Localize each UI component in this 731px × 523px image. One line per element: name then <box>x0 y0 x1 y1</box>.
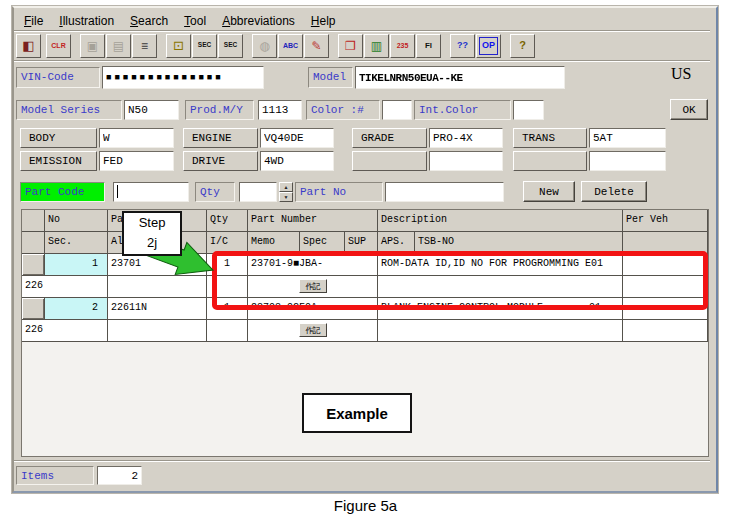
status-separator <box>14 460 710 462</box>
cell-memo: 作記 <box>248 320 378 342</box>
cell-sec: 226 <box>22 276 108 298</box>
trans-input[interactable] <box>589 128 666 148</box>
step-callout-line1: Step <box>124 213 180 233</box>
model-label: Model <box>308 67 353 88</box>
sec-list-icon[interactable]: SEC <box>218 34 243 58</box>
memo-kanji-button[interactable]: 作記 <box>299 323 327 337</box>
blank-field-label-2 <box>513 151 587 171</box>
blank-field-label-1 <box>352 151 427 171</box>
int-color-input[interactable] <box>513 100 544 120</box>
emission-field-label[interactable]: EMISSION <box>20 151 97 171</box>
grade-input[interactable] <box>429 128 503 148</box>
engine-input[interactable] <box>260 128 334 148</box>
toolbar: ◧ CLR ▣ ▤ ≡ ⊡ SEC SEC ◍ ABC ✎ ❐ ▥ 235 Fl… <box>16 33 536 58</box>
qty-spinner-down[interactable]: ▼ <box>279 192 293 202</box>
screenshot-canvas: File Illustration Search Tool Abbreviati… <box>0 0 731 523</box>
disc-icon[interactable]: ◍ <box>252 34 277 58</box>
clear-icon[interactable]: CLR <box>46 34 71 58</box>
cell-part: 22611N <box>108 298 207 320</box>
ok-button[interactable]: OK <box>670 99 708 120</box>
numeric-sort-icon[interactable]: 235 <box>390 34 415 58</box>
header-sec: Sec. <box>45 232 108 254</box>
op-icon[interactable]: OP <box>476 34 501 58</box>
menu-abbreviations[interactable]: Abbreviations <box>214 14 303 28</box>
prod-my-label: Prod.M/Y <box>185 100 254 120</box>
print-icon[interactable]: ≡ <box>132 34 157 58</box>
drive-field-label[interactable]: DRIVE <box>183 151 258 171</box>
text-cursor <box>117 185 118 198</box>
illustration-icon[interactable]: ✎ <box>304 34 329 58</box>
region-text: US <box>671 65 691 83</box>
header-no: No <box>45 210 108 232</box>
menu-illustration[interactable]: Illustration <box>51 14 122 28</box>
model-series-label: Model Series <box>16 100 122 120</box>
header-per-veh: Per Veh <box>623 210 708 232</box>
part-no-input[interactable] <box>385 182 504 202</box>
fl-window-icon[interactable]: Fl <box>416 34 441 58</box>
exit-icon[interactable]: ◧ <box>16 34 41 58</box>
cell-no: 1 <box>45 254 108 276</box>
help-icon[interactable]: ? <box>510 34 535 58</box>
model-series-input[interactable] <box>124 100 179 120</box>
cell-sec: 226 <box>22 320 108 342</box>
prod-my-input[interactable] <box>258 100 302 120</box>
menu-separator <box>14 30 710 32</box>
screen-icon[interactable]: ⊡ <box>166 34 191 58</box>
grade-field-label[interactable]: GRADE <box>352 128 427 148</box>
save-icon[interactable]: ▣ <box>80 34 105 58</box>
body-field-label[interactable]: BODY <box>20 128 97 148</box>
model-input[interactable] <box>355 66 565 89</box>
emission-input[interactable] <box>99 151 174 171</box>
engine-field-label[interactable]: ENGINE <box>183 128 258 148</box>
menu-file[interactable]: File <box>16 14 51 28</box>
row-selector-button[interactable] <box>22 254 45 276</box>
open-folder-icon[interactable]: ▤ <box>106 34 131 58</box>
new-button[interactable]: New <box>523 181 575 202</box>
header-gutter-2 <box>22 232 45 254</box>
items-count-input[interactable] <box>97 466 142 485</box>
inquiry-icon[interactable]: ?? <box>450 34 475 58</box>
blank-input-2[interactable] <box>589 151 666 171</box>
cell-alter <box>108 320 207 342</box>
cell-per-veh-blank <box>623 320 708 342</box>
toolbar-separator <box>14 60 710 62</box>
part-code-input[interactable] <box>113 182 189 202</box>
int-color-label: Int.Color <box>414 100 511 120</box>
qty-input[interactable] <box>239 182 277 202</box>
color-label: Color :# <box>306 100 380 120</box>
cell-tsb-blank <box>378 320 623 342</box>
example-callout: Example <box>302 393 412 433</box>
header-part-number: Part Number <box>248 210 378 232</box>
qty-label: Qty <box>195 182 235 202</box>
header-description: Description <box>378 210 623 232</box>
part-no-label: Part No <box>295 182 383 202</box>
menu-bar: File Illustration Search Tool Abbreviati… <box>16 11 344 30</box>
blank-input-1[interactable] <box>429 151 503 171</box>
menu-search[interactable]: Search <box>122 14 176 28</box>
menu-help[interactable]: Help <box>303 14 344 28</box>
menu-tool[interactable]: Tool <box>176 14 214 28</box>
part-code-label: Part Code <box>20 182 105 202</box>
cell-no: 2 <box>45 298 108 320</box>
header-qty: Qty <box>207 210 248 232</box>
qty-spinner-up[interactable]: ▲ <box>279 182 293 192</box>
trans-field-label[interactable]: TRANS <box>513 128 587 148</box>
vin-code-input[interactable] <box>102 66 264 89</box>
sec-icon[interactable]: SEC <box>192 34 217 58</box>
header-gutter <box>22 210 45 232</box>
abc-icon[interactable]: ABC <box>278 34 303 58</box>
table-row-subline[interactable]: 226 作記 <box>22 320 708 342</box>
clipboard-icon[interactable]: ▥ <box>364 34 389 58</box>
drive-input[interactable] <box>260 151 334 171</box>
color-input[interactable] <box>382 100 412 120</box>
window-panel-icon[interactable]: ❐ <box>338 34 363 58</box>
step-callout: Step 2j <box>122 211 182 256</box>
body-input[interactable] <box>99 128 174 148</box>
figure-caption: Figure 5a <box>0 497 731 514</box>
row-selector-button[interactable] <box>22 298 45 320</box>
step-callout-line2: 2j <box>124 233 180 253</box>
vin-code-label: VIN-Code <box>16 67 100 88</box>
delete-button[interactable]: Delete <box>581 181 647 202</box>
items-label: Items <box>16 466 94 485</box>
highlight-rectangle <box>212 251 708 310</box>
